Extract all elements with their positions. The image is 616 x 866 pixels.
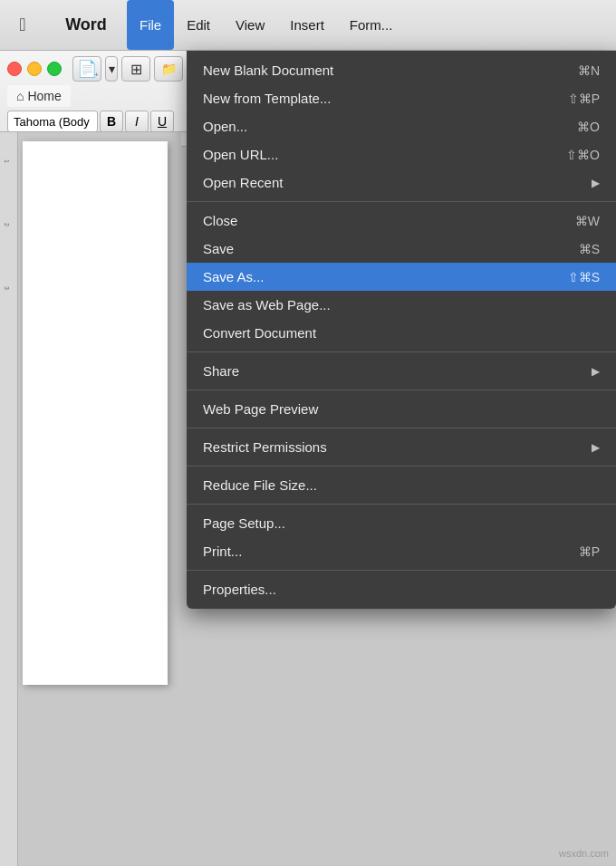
menu-item-properties[interactable]: Properties... <box>187 575 616 603</box>
menu-item-label-close: Close <box>203 213 237 228</box>
word-app-name[interactable]: Word <box>45 0 127 50</box>
menu-item-label-share: Share <box>203 363 239 379</box>
maximize-window-button[interactable] <box>47 62 62 76</box>
shortcut-open-url: ⇧⌘O <box>566 148 600 162</box>
plus-badge: + <box>94 71 99 79</box>
menubar:  Word File Edit View Insert Form... <box>0 0 616 51</box>
dropdown-arrow-button[interactable]: ▾ <box>105 56 118 82</box>
shortcut-open: ⌘O <box>577 120 600 134</box>
submenu-arrow-restrict: ▶ <box>592 441 600 454</box>
menu-item-convert[interactable]: Convert Document <box>187 319 616 347</box>
menu-item-label-save-as: Save As... <box>203 269 265 284</box>
font-selector[interactable]: Tahoma (Body <box>7 111 98 132</box>
bold-button[interactable]: B <box>100 111 123 132</box>
submenu-arrow-open-recent: ▶ <box>592 177 600 189</box>
shortcut-print: ⌘P <box>579 544 600 559</box>
home-icon: ⌂ <box>16 89 24 103</box>
menu-item-new-template[interactable]: New from Template...⇧⌘P <box>187 84 616 112</box>
menu-item-label-open-url: Open URL... <box>203 147 278 162</box>
view-menu-trigger[interactable]: View <box>223 0 277 50</box>
apple-menu[interactable]:  <box>0 0 45 50</box>
menu-item-open-url[interactable]: Open URL...⇧⌘O <box>187 140 616 168</box>
home-label: Home <box>27 89 61 103</box>
menu-item-label-web-preview: Web Page Preview <box>203 401 318 417</box>
menu-item-label-page-setup: Page Setup... <box>203 515 285 531</box>
menu-item-reduce[interactable]: Reduce File Size... <box>187 471 616 499</box>
menu-item-label-properties: Properties... <box>203 582 276 597</box>
shortcut-new-template: ⇧⌘P <box>568 91 600 106</box>
menu-separator-after-web-preview <box>187 428 616 428</box>
menu-item-label-new-template: New from Template... <box>203 91 331 106</box>
ruler-tick-1: 1 <box>4 159 10 163</box>
menu-item-label-save: Save <box>203 241 234 256</box>
menu-item-label-new-blank: New Blank Document <box>203 63 333 78</box>
italic-button[interactable]: I <box>125 111 149 132</box>
watermark: wsxdn.com <box>559 848 609 859</box>
menu-separator-after-open-recent <box>187 201 616 202</box>
menu-item-close[interactable]: Close⌘W <box>187 207 616 235</box>
underline-button[interactable]: U <box>150 111 174 132</box>
menu-item-save[interactable]: Save⌘S <box>187 235 616 263</box>
shortcut-new-blank: ⌘N <box>578 63 600 78</box>
file-dropdown-menu: New Blank Document⌘NNew from Template...… <box>187 51 616 609</box>
menu-item-open[interactable]: Open...⌘O <box>187 112 616 140</box>
grid-view-button[interactable]: ⊞ <box>121 56 150 82</box>
menu-item-new-blank[interactable]: New Blank Document⌘N <box>187 56 616 84</box>
document-page <box>23 141 168 685</box>
ruler-tick-2: 2 <box>4 223 10 226</box>
menu-item-print[interactable]: Print...⌘P <box>187 537 616 565</box>
insert-menu-trigger[interactable]: Insert <box>277 0 337 50</box>
menu-separator-after-restrict <box>187 466 616 467</box>
submenu-arrow-share: ▶ <box>592 365 600 378</box>
chevron-down-icon: ▾ <box>109 62 115 76</box>
menu-item-save-as[interactable]: Save As...⇧⌘S <box>187 263 616 291</box>
file-menu-trigger[interactable]: File <box>127 0 174 50</box>
menu-item-label-print: Print... <box>203 544 242 559</box>
menu-item-label-open: Open... <box>203 119 247 134</box>
menu-separator-after-reduce <box>187 504 616 505</box>
menu-item-restrict[interactable]: Restrict Permissions▶ <box>187 433 616 461</box>
menu-separator-after-print <box>187 570 616 571</box>
menu-item-label-open-recent: Open Recent <box>203 175 283 190</box>
menu-item-page-setup[interactable]: Page Setup... <box>187 509 616 537</box>
menu-item-label-save-web: Save as Web Page... <box>203 297 331 313</box>
ruler-tick-3: 3 <box>4 286 10 290</box>
shortcut-save: ⌘S <box>579 242 600 256</box>
menu-separator-after-share <box>187 390 616 390</box>
menu-item-label-reduce: Reduce File Size... <box>203 477 317 493</box>
menu-item-label-restrict: Restrict Permissions <box>203 439 327 455</box>
minimize-window-button[interactable] <box>27 62 42 76</box>
menu-item-share[interactable]: Share▶ <box>187 357 616 385</box>
grid-icon: ⊞ <box>130 61 142 78</box>
folder-button[interactable]: 📁 <box>154 56 183 82</box>
ruler-vertical: 1 2 3 <box>0 132 18 866</box>
format-menu-trigger[interactable]: Form... <box>337 0 406 50</box>
menu-item-label-convert: Convert Document <box>203 325 316 341</box>
document-area: 1 2 3 <box>0 132 181 866</box>
apple-icon:  <box>19 14 25 35</box>
folder-icon: 📁 <box>161 62 177 76</box>
menu-item-web-preview[interactable]: Web Page Preview <box>187 395 616 423</box>
new-doc-button[interactable]: 📄 + <box>72 56 101 82</box>
close-window-button[interactable] <box>7 62 22 76</box>
menu-item-open-recent[interactable]: Open Recent▶ <box>187 168 616 197</box>
menu-item-save-web[interactable]: Save as Web Page... <box>187 291 616 319</box>
shortcut-close: ⌘W <box>575 214 600 228</box>
menu-separator-after-convert <box>187 351 616 352</box>
shortcut-save-as: ⇧⌘S <box>568 270 600 284</box>
home-tab[interactable]: ⌂ Home <box>7 85 71 107</box>
edit-menu-trigger[interactable]: Edit <box>174 0 223 50</box>
